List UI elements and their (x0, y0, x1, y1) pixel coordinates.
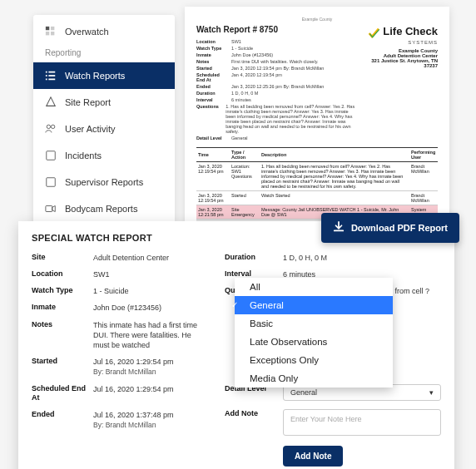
svg-rect-5 (48, 72, 55, 73)
dropdown-item-late-observations[interactable]: Late Observations (235, 333, 393, 351)
list-icon (45, 70, 57, 81)
svg-rect-8 (46, 79, 47, 81)
sidebar-item-label: User Activity (65, 124, 116, 134)
sidebar-item-overwatch[interactable]: Overwatch (33, 18, 175, 45)
sidebar-item-label: Site Report (65, 97, 111, 107)
sidebar-item-incidents[interactable]: Incidents (33, 142, 175, 169)
sidebar-item-watch-reports[interactable]: Watch Reports (33, 62, 175, 89)
ended-value: Jul 16, 2020 1:37:48 pm By: Brandt McMil… (93, 410, 174, 431)
notes-value: This inmate has had a first time DUI. Th… (93, 320, 203, 350)
table-row: Jan 3, 2020 12:19:54 pmStartedWatch Star… (196, 191, 438, 205)
download-label: Download PDF Report (351, 223, 448, 233)
sidebar-nav: Overwatch Reporting Watch Reports Site R… (33, 15, 175, 225)
sidebar-item-supervisor-reports[interactable]: Supervisor Reports (33, 169, 175, 195)
dropdown-item-media-only[interactable]: Media Only (235, 369, 393, 388)
svg-rect-13 (47, 178, 56, 187)
location-value: SW1 (93, 269, 110, 279)
download-icon (333, 221, 345, 234)
sidebar-section-label: Reporting (33, 45, 175, 62)
doc-report-title: Watch Report # 8750 (196, 25, 359, 34)
user-group-icon (45, 123, 57, 135)
watchtype-value: 1 - Suicide (93, 286, 129, 296)
sidebar-item-user-activity[interactable]: User Activity (33, 116, 175, 142)
svg-point-11 (51, 125, 54, 128)
sidebar-item-bodycam-reports[interactable]: Bodycam Reports (33, 195, 175, 222)
sidebar-item-label: Bodycam Reports (65, 204, 137, 214)
dropdown-item-basic[interactable]: Basic (235, 314, 393, 333)
chevron-down-icon: ▾ (429, 388, 434, 397)
sidebar-item-site-report[interactable]: Site Report (33, 89, 175, 116)
camera-icon (45, 203, 57, 215)
panel-left-column: SiteAdult Detention Center LocationSW1 W… (32, 253, 203, 469)
square-icon (45, 150, 57, 161)
started-value: Jul 16, 2020 1:29:54 pm By: Brandt McMil… (93, 357, 174, 378)
svg-rect-6 (46, 75, 47, 77)
scheduled-end-value: Jul 16, 2020 1:29:54 pm (93, 384, 174, 403)
sidebar-item-label: Supervisor Reports (65, 177, 143, 187)
add-note-button[interactable]: Add Note (283, 446, 343, 467)
svg-rect-2 (46, 32, 49, 35)
panel-right-column: Duration1 D, 0 H, 0 M Interval6 minutes … (225, 253, 441, 469)
check-mark-icon (367, 27, 380, 40)
table-row: Jan 3, 2020 12:19:54 pmLocation: SW1 Que… (196, 162, 438, 191)
watch-report-detail-panel: Download PDF Report SPECIAL WATCH REPORT… (18, 221, 454, 469)
sidebar-item-label: Incidents (65, 151, 102, 160)
map-pin-icon (45, 96, 57, 108)
dropdown-item-general[interactable]: General (235, 296, 393, 314)
add-note-input[interactable]: Enter Your Note Here (283, 409, 441, 436)
brand-logo: Life Check SYSTEMS Example County Adult … (359, 25, 438, 142)
svg-rect-3 (51, 32, 54, 35)
doc-county-header: Example County (196, 17, 438, 22)
brand-address: Example County Adult Detention Center 32… (359, 48, 438, 68)
sidebar-item-label: Overwatch (65, 27, 109, 37)
square-icon (45, 176, 57, 188)
detail-level-dropdown-menu: All General Basic Late Observations Exce… (235, 278, 393, 388)
brand-name: Life Check (383, 25, 438, 37)
download-pdf-button[interactable]: Download PDF Report (321, 213, 459, 243)
inmate-value: John Doe (#123456) (93, 303, 161, 313)
svg-rect-12 (47, 151, 56, 160)
brand-sub: SYSTEMS (359, 40, 438, 45)
sidebar-item-label: Watch Reports (65, 71, 125, 81)
dropdown-item-exceptions-only[interactable]: Exceptions Only (235, 351, 393, 369)
svg-rect-0 (46, 27, 49, 30)
dashboard-icon (45, 26, 57, 37)
svg-rect-1 (51, 27, 54, 30)
svg-rect-9 (48, 79, 55, 81)
svg-rect-7 (48, 75, 55, 77)
svg-point-10 (47, 125, 50, 128)
svg-rect-4 (46, 72, 47, 73)
dropdown-item-all[interactable]: All (235, 278, 393, 296)
duration-value: 1 D, 0 H, 0 M (283, 253, 327, 263)
site-value: Adult Detention Center (93, 253, 169, 263)
doc-fields: LocationSW1 Watch Type1 - Suicide Inmate… (196, 39, 359, 141)
svg-rect-14 (46, 206, 52, 212)
